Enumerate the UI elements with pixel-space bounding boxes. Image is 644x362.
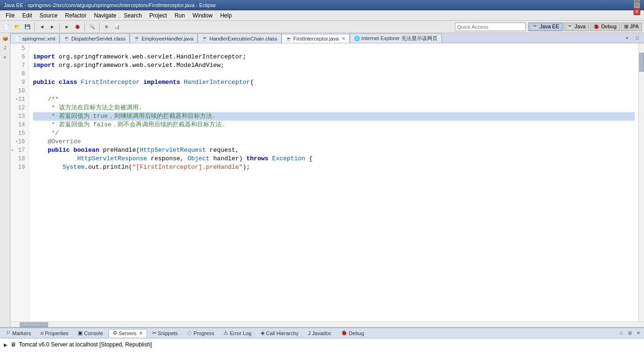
method-19: println( bbox=[103, 163, 132, 172]
menu-navigate[interactable]: Navigate bbox=[90, 11, 120, 20]
classname-9: FirstInterceptor bbox=[81, 78, 143, 87]
toolbar-save[interactable]: 💾 bbox=[23, 22, 32, 32]
h-scroll-thumb[interactable] bbox=[20, 322, 48, 327]
code-line-16: @Override bbox=[33, 138, 635, 146]
toolbar-fwd[interactable]: ▶ bbox=[48, 22, 57, 32]
servers-label: Servers bbox=[119, 330, 137, 336]
menu-source[interactable]: Source bbox=[36, 11, 61, 20]
menu-run[interactable]: Run bbox=[171, 11, 189, 20]
tab-label-ds: DispatcherServlet.class bbox=[71, 36, 125, 41]
toolbar-sep-2 bbox=[59, 23, 60, 31]
bottom-tab-progress[interactable]: ◌ Progress bbox=[183, 329, 218, 337]
toolbar-misc1[interactable]: ⚙ bbox=[102, 22, 111, 32]
line-num-5: 5 bbox=[10, 44, 27, 53]
toolbar: 📄 📂 💾 ◀ ▶ ▶ 🐞 🔍 ⚙ 📊 ☕ Java EE ☕ Java 🐞 D… bbox=[0, 21, 644, 33]
sidebar-icon-member[interactable]: ≡ bbox=[1, 54, 9, 61]
toolbar-back[interactable]: ◀ bbox=[37, 22, 47, 32]
bottom-tab-properties[interactable]: ≡ Properties bbox=[36, 329, 73, 337]
param-18: response, bbox=[147, 155, 188, 163]
bottom-ctrl-minimize[interactable]: □ bbox=[618, 329, 625, 337]
tab-firstinterceptor[interactable]: ☕ FirstInterceptor.java ✕ bbox=[281, 34, 350, 43]
perspective-debug[interactable]: 🐞 Debug bbox=[590, 23, 619, 31]
menu-help[interactable]: Help bbox=[216, 11, 236, 20]
progress-icon: ◌ bbox=[187, 330, 192, 336]
close-button[interactable]: ✕ bbox=[634, 8, 640, 15]
callhierarchy-icon: ◈ bbox=[261, 330, 264, 336]
line-num-9: 9 bbox=[10, 78, 27, 87]
toolbar-misc2[interactable]: 📊 bbox=[112, 22, 122, 32]
tab-icon-ie: 🌐 bbox=[354, 36, 360, 41]
code-line-6: import org.springframework.web.servlet.H… bbox=[33, 53, 635, 61]
bottom-ctrl-close[interactable]: ✕ bbox=[635, 329, 642, 337]
menu-file[interactable]: File bbox=[2, 11, 18, 20]
bottom-tab-servers[interactable]: ⚙ Servers ✕ bbox=[108, 329, 147, 337]
toolbar-new[interactable]: 📄 bbox=[2, 22, 11, 32]
line-num-8: 8 bbox=[10, 70, 27, 78]
perspective-java[interactable]: ☕ Java bbox=[563, 23, 589, 31]
bottom-ctrl-maximize[interactable]: ⊞ bbox=[626, 329, 634, 337]
toolbar-search[interactable]: 🔍 bbox=[87, 22, 97, 32]
v-scroll-thumb[interactable] bbox=[639, 53, 644, 72]
kw-throws: throws bbox=[247, 155, 272, 163]
menu-refactor[interactable]: Refactor bbox=[61, 11, 90, 20]
line-num-11: ▾11 bbox=[10, 95, 27, 104]
tab-springmvc-xml[interactable]: 📄 springmvc.xml bbox=[10, 33, 59, 43]
toolbar-run[interactable]: ▶ bbox=[62, 22, 72, 32]
sidebar-icon-package[interactable]: 📦 bbox=[1, 35, 9, 42]
tab-close-fi[interactable]: ✕ bbox=[342, 36, 346, 41]
snippets-label: Snippets bbox=[158, 330, 178, 336]
maximize-button[interactable]: □ bbox=[634, 2, 640, 8]
bottom-tab-errorlog[interactable]: ⚠ Error Log bbox=[219, 329, 256, 337]
pkg-6: org.springframework.web.servlet.HandlerI… bbox=[59, 53, 247, 61]
toolbar-sep-3 bbox=[84, 23, 85, 31]
menu-edit[interactable]: Edit bbox=[18, 11, 36, 20]
brace-18: { bbox=[305, 155, 313, 163]
tab-minimize-button[interactable]: □ bbox=[633, 33, 642, 43]
code-line-18: HttpServletResponse response, Object han… bbox=[33, 155, 635, 163]
title-bar: Java EE - springmvc-2/src/com/atguigu/sp… bbox=[0, 0, 644, 10]
type-exc: Exception bbox=[272, 155, 305, 163]
perspective-javaee[interactable]: ☕ Java EE bbox=[528, 23, 562, 31]
menu-project[interactable]: Project bbox=[146, 11, 171, 20]
dot-19: .out. bbox=[84, 163, 103, 172]
quick-access-input[interactable] bbox=[455, 23, 526, 31]
bottom-tab-snippets[interactable]: ✂ Snippets bbox=[148, 329, 182, 337]
bottom-tab-console[interactable]: ▣ Console bbox=[74, 329, 107, 337]
errorlog-label: Error Log bbox=[230, 330, 251, 336]
tab-ie[interactable]: 🌐 Internet Explorer 无法显示该网页 bbox=[350, 33, 442, 43]
h-scrollbar[interactable] bbox=[10, 321, 644, 327]
menu-search[interactable]: Search bbox=[120, 11, 146, 20]
param-18b: handler) bbox=[210, 155, 247, 163]
toolbar-sep-1 bbox=[34, 23, 35, 31]
editor-scrollbar[interactable] bbox=[638, 43, 644, 321]
servers-close[interactable]: ✕ bbox=[139, 331, 143, 336]
bottom-tab-javadoc[interactable]: J Javadoc bbox=[304, 329, 335, 337]
line-num-15: 15 bbox=[10, 129, 27, 138]
bottom-tab-callhierarchy[interactable]: ◈ Call Hierarchy bbox=[256, 329, 303, 337]
tab-list-button[interactable]: ▾ bbox=[622, 33, 632, 43]
code-content[interactable]: import org.springframework.web.servlet.H… bbox=[29, 43, 638, 321]
str-19: "[FirstInterceptor].preHandle" bbox=[132, 163, 243, 172]
code-line-10 bbox=[33, 87, 635, 95]
tab-handlerexecutionchain[interactable]: ☕ HandlerExecutionChain.class bbox=[198, 33, 281, 43]
tab-employeehandler[interactable]: ☕ EmployeeHandler.java bbox=[130, 33, 198, 43]
collapse-arrow-11[interactable]: ▾ bbox=[15, 95, 17, 104]
callhierarchy-label: Call Hierarchy bbox=[266, 330, 298, 336]
perspective-jpa[interactable]: ⊞ JPA bbox=[621, 23, 642, 31]
bottom-tab-markers[interactable]: ⚐ Markers bbox=[2, 329, 35, 337]
tab-dispatcherservlet[interactable]: ☕ DispatcherServlet.class bbox=[59, 33, 130, 43]
toolbar-open[interactable]: 📂 bbox=[12, 22, 22, 32]
line-num-13: 13 bbox=[10, 112, 27, 121]
collapse-arrow-16[interactable]: ▾ bbox=[15, 138, 17, 146]
menu-window[interactable]: Window bbox=[189, 11, 216, 20]
editor-area: 📄 springmvc.xml ☕ DispatcherServlet.clas… bbox=[10, 33, 644, 327]
left-sidebar: 📦 J ≡ bbox=[0, 33, 10, 327]
tab-icon-eh: ☕ bbox=[134, 36, 140, 41]
sidebar-icon-type[interactable]: J bbox=[1, 44, 9, 52]
tab-label-eh: EmployeeHandler.java bbox=[141, 36, 193, 41]
bottom-tab-debug[interactable]: 🐞 Debug bbox=[337, 329, 368, 337]
server-row: ▶ 🖥 Tomcat v6.0 Server at localhost [Sto… bbox=[4, 340, 640, 349]
toolbar-debug[interactable]: 🐞 bbox=[73, 22, 82, 32]
server-expand-arrow[interactable]: ▶ bbox=[4, 342, 8, 347]
kw-class-9: class bbox=[59, 78, 81, 87]
